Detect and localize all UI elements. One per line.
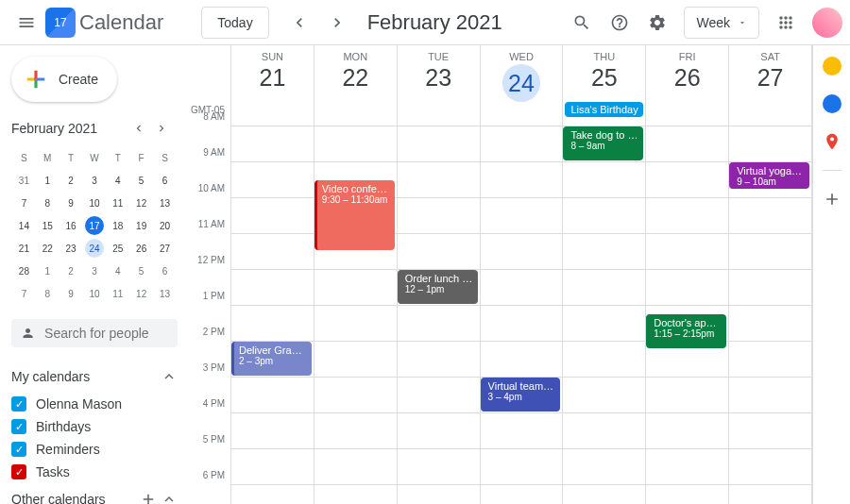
account-avatar[interactable] xyxy=(812,8,842,38)
day-column[interactable]: Doctor's appointm1:15 – 2:15pm xyxy=(645,126,728,504)
calendar-item[interactable]: ✓Olenna Mason xyxy=(11,393,178,415)
today-button[interactable]: Today xyxy=(201,7,268,39)
next-week-button[interactable] xyxy=(318,4,356,42)
mini-prev-button[interactable] xyxy=(132,117,155,140)
mini-day[interactable]: 1 xyxy=(37,170,59,191)
mini-day[interactable]: 18 xyxy=(107,215,128,236)
mini-day[interactable]: 5 xyxy=(130,260,152,281)
mini-day[interactable]: 7 xyxy=(13,193,35,213)
prev-week-button[interactable] xyxy=(280,4,318,42)
calendar-event[interactable]: Virtual yoga class9 – 10am xyxy=(729,162,809,189)
day-column[interactable]: Order lunch for o12 – 1pm xyxy=(397,126,480,504)
mini-day[interactable]: 5 xyxy=(130,170,152,191)
day-column[interactable]: Deliver Grace's g2 – 3pm xyxy=(230,126,314,504)
calendar-item[interactable]: ✓Tasks xyxy=(11,461,178,483)
mini-day[interactable]: 11 xyxy=(107,283,128,304)
mini-day[interactable]: 7 xyxy=(13,283,35,304)
mini-day[interactable]: 1 xyxy=(37,260,59,281)
mini-day[interactable]: 4 xyxy=(107,170,128,191)
tasks-icon[interactable] xyxy=(823,94,842,113)
day-header[interactable]: WED24 xyxy=(480,45,563,117)
calendar-event[interactable]: Deliver Grace's g2 – 3pm xyxy=(231,342,312,376)
mini-day[interactable]: 10 xyxy=(84,283,106,304)
other-calendars-header[interactable]: Other calendars xyxy=(11,483,178,504)
maps-icon[interactable] xyxy=(823,132,842,151)
add-icon[interactable] xyxy=(140,491,157,504)
allday-cell[interactable] xyxy=(728,117,811,126)
calendar-item[interactable]: ✓Reminders xyxy=(11,438,178,461)
main-menu-button[interactable] xyxy=(8,4,45,42)
mini-day[interactable]: 3 xyxy=(84,170,106,191)
allday-cell[interactable] xyxy=(645,117,728,126)
mini-day[interactable]: 11 xyxy=(107,193,128,213)
search-people[interactable] xyxy=(11,319,178,347)
mini-day[interactable]: 6 xyxy=(154,170,176,191)
mini-day[interactable]: 16 xyxy=(60,215,82,236)
create-button[interactable]: Create xyxy=(11,57,117,102)
calendar-checkbox[interactable]: ✓ xyxy=(11,396,26,412)
help-button[interactable] xyxy=(601,4,638,42)
day-column[interactable]: Video conference9:30 – 11:30am xyxy=(314,126,397,504)
day-header[interactable]: FRI26 xyxy=(645,45,728,117)
allday-cell[interactable] xyxy=(480,117,563,126)
mini-day[interactable]: 8 xyxy=(37,193,59,213)
mini-day[interactable]: 8 xyxy=(37,283,59,304)
mini-day[interactable]: 26 xyxy=(130,238,152,259)
mini-day[interactable]: 28 xyxy=(13,260,35,281)
calendar-event[interactable]: Doctor's appointm1:15 – 2:15pm xyxy=(646,314,726,348)
mini-day[interactable]: 25 xyxy=(107,238,128,259)
calendar-item[interactable]: ✓Birthdays xyxy=(11,415,178,438)
mini-day[interactable]: 23 xyxy=(60,238,82,259)
mini-day[interactable]: 4 xyxy=(107,260,128,281)
search-people-input[interactable] xyxy=(44,326,168,341)
mini-day[interactable]: 12 xyxy=(130,283,152,304)
mini-day[interactable]: 19 xyxy=(130,215,152,236)
mini-day[interactable]: 20 xyxy=(154,215,176,236)
mini-day[interactable]: 24 xyxy=(84,238,106,259)
mini-day[interactable]: 17 xyxy=(84,215,106,236)
mini-day[interactable]: 12 xyxy=(130,193,152,213)
mini-calendar[interactable]: SMTWTFS 31123456789101112131415161718192… xyxy=(11,145,178,306)
day-header[interactable]: MON22 xyxy=(314,45,397,117)
day-header[interactable]: SAT27 xyxy=(728,45,811,117)
day-column[interactable]: Virtual team mee3 – 4pm xyxy=(480,126,563,504)
calendar-event[interactable]: Video conference9:30 – 11:30am xyxy=(314,180,395,250)
allday-cell[interactable] xyxy=(230,117,314,126)
mini-day[interactable]: 2 xyxy=(60,260,82,281)
calendar-checkbox[interactable]: ✓ xyxy=(11,442,26,457)
apps-button[interactable] xyxy=(767,4,805,42)
mini-day[interactable]: 3 xyxy=(84,260,106,281)
mini-day[interactable]: 15 xyxy=(37,215,59,236)
day-column[interactable]: Take dog to the v8 – 9am xyxy=(562,126,645,504)
mini-day[interactable]: 21 xyxy=(13,238,35,259)
mini-day[interactable]: 6 xyxy=(154,260,176,281)
mini-next-button[interactable] xyxy=(155,117,178,140)
mini-day[interactable]: 13 xyxy=(154,283,176,304)
mini-day[interactable]: 14 xyxy=(13,215,35,236)
mini-day[interactable]: 2 xyxy=(60,170,82,191)
day-header[interactable]: SUN21 xyxy=(230,45,314,117)
calendar-checkbox[interactable]: ✓ xyxy=(11,419,26,434)
mini-day[interactable]: 22 xyxy=(37,238,59,259)
keep-icon[interactable] xyxy=(823,57,842,76)
settings-button[interactable] xyxy=(638,4,676,42)
mini-day[interactable]: 10 xyxy=(84,193,106,213)
allday-cell[interactable] xyxy=(397,117,480,126)
day-column[interactable]: Virtual yoga class9 – 10am xyxy=(728,126,811,504)
day-header[interactable]: TUE23 xyxy=(397,45,480,117)
calendar-event[interactable]: Virtual team mee3 – 4pm xyxy=(481,378,561,412)
allday-event[interactable]: Lisa's Birthday xyxy=(565,102,643,117)
mini-day[interactable]: 13 xyxy=(154,193,176,213)
my-calendars-header[interactable]: My calendars xyxy=(11,361,178,393)
allday-cell[interactable] xyxy=(314,117,397,126)
calendar-checkbox[interactable]: ✓ xyxy=(11,464,26,479)
mini-day[interactable]: 31 xyxy=(13,170,35,191)
allday-cell[interactable]: Lisa's Birthday xyxy=(562,117,645,126)
calendar-event[interactable]: Order lunch for o12 – 1pm xyxy=(398,270,478,304)
mini-day[interactable]: 27 xyxy=(154,238,176,259)
calendar-event[interactable]: Take dog to the v8 – 9am xyxy=(563,126,643,160)
mini-day[interactable]: 9 xyxy=(60,193,82,213)
search-button[interactable] xyxy=(563,4,601,42)
add-addon-icon[interactable] xyxy=(823,190,842,209)
view-selector[interactable]: Week xyxy=(684,7,759,39)
